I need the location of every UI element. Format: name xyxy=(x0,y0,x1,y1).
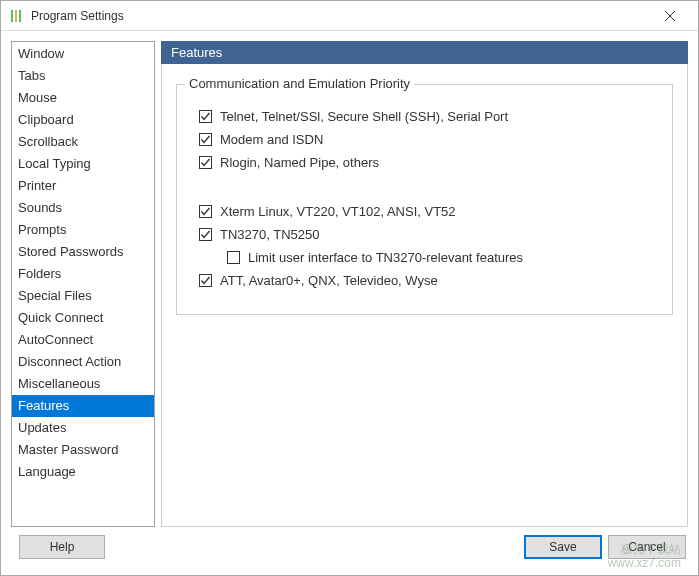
titlebar: Program Settings xyxy=(1,1,698,31)
sidebar-item-miscellaneous[interactable]: Miscellaneous xyxy=(12,373,154,395)
checkbox[interactable] xyxy=(199,228,212,241)
sidebar-item-printer[interactable]: Printer xyxy=(12,175,154,197)
group-communication-emulation: Communication and Emulation Priority Tel… xyxy=(176,84,673,315)
svg-rect-2 xyxy=(19,10,21,22)
sidebar-item-tabs[interactable]: Tabs xyxy=(12,65,154,87)
checkbox-label: Rlogin, Named Pipe, others xyxy=(220,155,379,170)
close-button[interactable] xyxy=(650,2,690,30)
sidebar-item-scrollback[interactable]: Scrollback xyxy=(12,131,154,153)
svg-rect-0 xyxy=(11,10,13,22)
checkbox[interactable] xyxy=(199,156,212,169)
svg-rect-1 xyxy=(15,10,17,22)
group-legend: Communication and Emulation Priority xyxy=(185,76,414,91)
checkbox-label: TN3270, TN5250 xyxy=(220,227,320,242)
option-row: Modem and ISDN xyxy=(199,132,658,147)
option-row: ATT, Avatar0+, QNX, Televideo, Wyse xyxy=(199,273,658,288)
sidebar-item-master-password[interactable]: Master Password xyxy=(12,439,154,461)
save-button[interactable]: Save xyxy=(524,535,602,559)
panel-body: Communication and Emulation Priority Tel… xyxy=(161,64,688,527)
sidebar-item-quick-connect[interactable]: Quick Connect xyxy=(12,307,154,329)
sidebar-item-prompts[interactable]: Prompts xyxy=(12,219,154,241)
sidebar-item-stored-passwords[interactable]: Stored Passwords xyxy=(12,241,154,263)
option-row: Xterm Linux, VT220, VT102, ANSI, VT52 xyxy=(199,204,658,219)
sidebar-item-clipboard[interactable]: Clipboard xyxy=(12,109,154,131)
sidebar-item-autoconnect[interactable]: AutoConnect xyxy=(12,329,154,351)
checkbox[interactable] xyxy=(199,205,212,218)
app-icon xyxy=(9,9,23,23)
main-panel: Features Communication and Emulation Pri… xyxy=(161,41,688,527)
checkbox-label: Limit user interface to TN3270-relevant … xyxy=(248,250,523,265)
window-title: Program Settings xyxy=(31,9,650,23)
cancel-button[interactable]: Cancel xyxy=(608,535,686,559)
sidebar-item-local-typing[interactable]: Local Typing xyxy=(12,153,154,175)
checkbox-label: ATT, Avatar0+, QNX, Televideo, Wyse xyxy=(220,273,438,288)
checkbox-label: Modem and ISDN xyxy=(220,132,323,147)
checkbox[interactable] xyxy=(227,251,240,264)
sidebar-item-disconnect-action[interactable]: Disconnect Action xyxy=(12,351,154,373)
sidebar-item-features[interactable]: Features xyxy=(12,395,154,417)
sidebar: WindowTabsMouseClipboardScrollbackLocal … xyxy=(11,41,155,527)
help-button[interactable]: Help xyxy=(19,535,105,559)
panel-header: Features xyxy=(161,41,688,64)
footer: Help Save Cancel xyxy=(1,527,698,567)
sidebar-item-sounds[interactable]: Sounds xyxy=(12,197,154,219)
sidebar-item-updates[interactable]: Updates xyxy=(12,417,154,439)
option-row: TN3270, TN5250 xyxy=(199,227,658,242)
sidebar-item-mouse[interactable]: Mouse xyxy=(12,87,154,109)
checkbox-label: Telnet, Telnet/SSl, Secure Shell (SSH), … xyxy=(220,109,508,124)
option-row: Rlogin, Named Pipe, others xyxy=(199,155,658,170)
checkbox[interactable] xyxy=(199,274,212,287)
checkbox[interactable] xyxy=(199,110,212,123)
sidebar-item-special-files[interactable]: Special Files xyxy=(12,285,154,307)
option-row: Limit user interface to TN3270-relevant … xyxy=(227,250,658,265)
option-row: Telnet, Telnet/SSl, Secure Shell (SSH), … xyxy=(199,109,658,124)
sidebar-item-window[interactable]: Window xyxy=(12,43,154,65)
checkbox[interactable] xyxy=(199,133,212,146)
sidebar-item-language[interactable]: Language xyxy=(12,461,154,483)
content-area: WindowTabsMouseClipboardScrollbackLocal … xyxy=(1,31,698,527)
sidebar-item-folders[interactable]: Folders xyxy=(12,263,154,285)
checkbox-label: Xterm Linux, VT220, VT102, ANSI, VT52 xyxy=(220,204,456,219)
